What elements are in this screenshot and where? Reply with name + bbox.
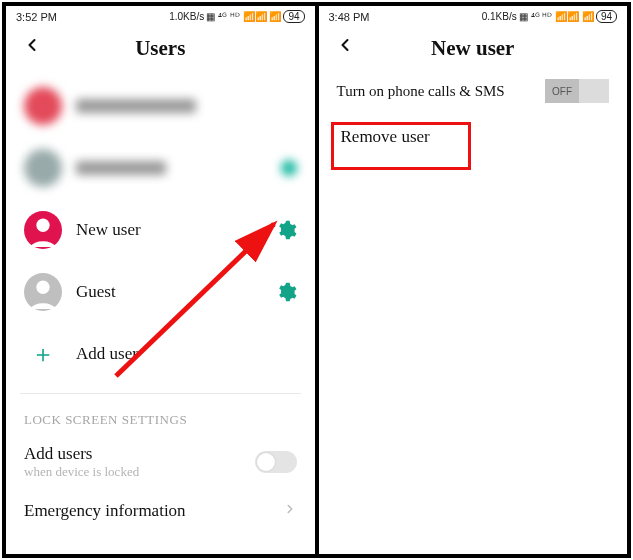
status-net: 1.0KB/s xyxy=(169,11,204,22)
status-icons: ▦ ⁴ᴳ ᴴᴰ 📶📶 📶 xyxy=(206,11,281,22)
status-right: 1.0KB/s ▦ ⁴ᴳ ᴴᴰ 📶📶 📶 94 xyxy=(169,10,304,23)
section-title: LOCK SCREEN SETTINGS xyxy=(20,408,301,434)
app-bar: Users xyxy=(6,25,315,75)
status-bar: 3:48 PM 0.1KB/s ▦ ⁴ᴳ ᴴᴰ 📶📶 📶 94 xyxy=(319,6,628,25)
setting-emergency-info[interactable]: Emergency information xyxy=(20,490,301,531)
page-title: New user xyxy=(335,36,612,61)
battery-icon: 94 xyxy=(283,10,304,23)
page-title: Users xyxy=(22,36,299,61)
svg-point-3 xyxy=(36,281,49,294)
toggle-off[interactable]: OFF xyxy=(545,79,609,103)
toggle-switch[interactable] xyxy=(255,451,297,473)
user-row-new-user[interactable]: New user xyxy=(20,199,301,261)
user-row-redacted[interactable] xyxy=(20,137,301,199)
add-user-label: Add user xyxy=(76,344,297,364)
remove-user-button[interactable]: Remove user xyxy=(333,113,614,161)
plus-icon: ＋ xyxy=(24,335,62,373)
avatar-icon xyxy=(24,211,62,249)
screen-users: 3:52 PM 1.0KB/s ▦ ⁴ᴳ ᴴᴰ 📶📶 📶 94 Users xyxy=(4,4,317,556)
setting-sublabel: when device is locked xyxy=(24,464,139,480)
status-time: 3:48 PM xyxy=(329,11,370,23)
divider xyxy=(20,393,301,394)
screen-new-user: 3:48 PM 0.1KB/s ▦ ⁴ᴳ ᴴᴰ 📶📶 📶 94 New user… xyxy=(317,4,630,556)
status-net: 0.1KB/s xyxy=(482,11,517,22)
user-label: New user xyxy=(76,220,275,240)
setting-label: Add users xyxy=(24,444,139,464)
active-indicator-icon xyxy=(281,160,297,176)
setting-add-users-locked[interactable]: Add users when device is locked xyxy=(20,434,301,490)
status-time: 3:52 PM xyxy=(16,11,57,23)
app-bar: New user xyxy=(319,25,628,75)
toggle-state: OFF xyxy=(545,79,579,103)
setting-label: Turn on phone calls & SMS xyxy=(337,83,505,100)
avatar-icon xyxy=(24,273,62,311)
gear-icon[interactable] xyxy=(275,219,297,241)
svg-point-1 xyxy=(36,219,49,232)
user-row-redacted[interactable] xyxy=(20,75,301,137)
battery-icon: 94 xyxy=(596,10,617,23)
status-icons: ▦ ⁴ᴳ ᴴᴰ 📶📶 📶 xyxy=(519,11,594,22)
user-row-guest[interactable]: Guest xyxy=(20,261,301,323)
setting-label: Emergency information xyxy=(24,501,186,521)
user-label: Guest xyxy=(76,282,275,302)
status-right: 0.1KB/s ▦ ⁴ᴳ ᴴᴰ 📶📶 📶 94 xyxy=(482,10,617,23)
add-user-button[interactable]: ＋ Add user xyxy=(20,323,301,385)
setting-phone-sms[interactable]: Turn on phone calls & SMS OFF xyxy=(333,75,614,113)
gear-icon[interactable] xyxy=(275,281,297,303)
chevron-right-icon xyxy=(283,500,297,521)
status-bar: 3:52 PM 1.0KB/s ▦ ⁴ᴳ ᴴᴰ 📶📶 📶 94 xyxy=(6,6,315,25)
